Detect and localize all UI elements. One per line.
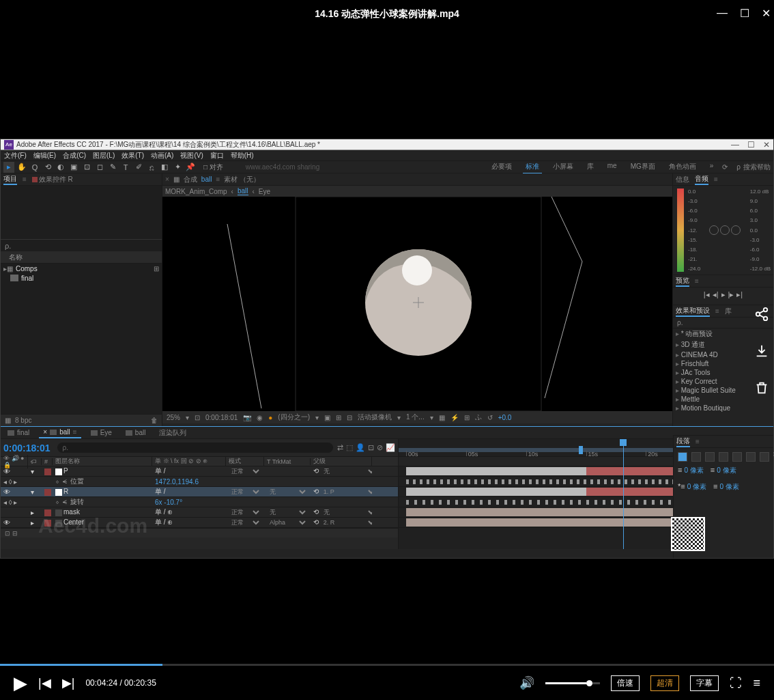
comp-reset-exposure-icon[interactable]: ↺ [487, 414, 493, 421]
timeline-playhead[interactable] [623, 439, 624, 549]
menu-layer[interactable]: 图层(L) [93, 151, 115, 160]
justify-left-icon[interactable] [719, 452, 728, 462]
ae-minimize-icon[interactable]: — [731, 140, 739, 150]
timeline-toggle-switches-icon[interactable]: ⊡ ⊟ [5, 530, 18, 537]
puppet-tool-icon[interactable]: 📌 [185, 162, 196, 173]
layer-center-parent-select[interactable]: 2. R [321, 518, 372, 527]
workspace-standard[interactable]: 标准 [523, 160, 542, 174]
hide-shy-icon[interactable]: 👤 [356, 443, 365, 452]
layer-header-name[interactable]: 图层名称 [53, 457, 152, 466]
align-center-icon[interactable] [691, 452, 701, 462]
layer-header-trkmat[interactable]: T TrkMat [264, 458, 311, 465]
play-button[interactable]: ▶ [14, 673, 27, 694]
hand-tool-icon[interactable]: ✋ [16, 162, 27, 173]
indent-first-value[interactable]: 0 像素 [687, 483, 706, 490]
layer-center-mode-select[interactable]: 正常 [229, 518, 261, 527]
menu-edit[interactable]: 编辑(E) [33, 151, 56, 160]
workspace-lib[interactable]: 库 [584, 160, 597, 174]
shape-tool-icon[interactable]: ◻ [94, 162, 105, 173]
comp-resolution[interactable]: (四分之一) [278, 412, 310, 422]
menu-view[interactable]: 视图(V) [180, 151, 203, 160]
quality-button[interactable]: 超清 [650, 675, 679, 691]
audio-knob-1[interactable] [709, 225, 719, 235]
space-before-value[interactable]: 0 像素 [720, 483, 739, 490]
search-help-input[interactable]: 搜索帮助 [743, 163, 771, 172]
zoom-tool-icon[interactable]: Q [29, 162, 40, 173]
comp-res-half-icon[interactable]: ⊡ [195, 414, 200, 421]
comp-roi-icon[interactable]: ▣ [324, 414, 330, 421]
eraser-tool-icon[interactable]: ◧ [159, 162, 170, 173]
clone-tool-icon[interactable]: ⎌ [146, 162, 157, 173]
layer-row-r[interactable]: 👁▾ 2 R 单 / 正常 无 ⟲ 1. P [1, 487, 398, 497]
comp-fast-preview-icon[interactable]: ⚡ [450, 414, 459, 421]
effect-controls-tab[interactable]: 效果控件 R [32, 175, 73, 184]
playlist-icon[interactable]: ≡ [753, 676, 760, 690]
justify-all-icon[interactable] [760, 452, 769, 462]
comp-timeline-icon[interactable]: ⊞ [464, 414, 470, 421]
comp-snapshot-icon[interactable]: 📷 [243, 414, 251, 421]
comp-exposure[interactable]: +0.0 [498, 414, 512, 421]
breadcrumb-ball[interactable]: ball [238, 187, 248, 195]
preview-last-frame-icon[interactable]: ▸| [736, 290, 743, 299]
timeline-timecode[interactable]: 0:00:18:01 [3, 443, 51, 453]
frame-blend-icon[interactable]: ⊡ [368, 443, 374, 452]
layer-header-switches[interactable]: 单 ※ \ fx 回 ⊘ ⊘ ⊕ [152, 457, 226, 466]
layer-p-mode-select[interactable]: 正常 [229, 467, 261, 475]
comp-pixel-ar-icon[interactable]: ▦ [439, 414, 445, 421]
comp-grid-icon[interactable]: ⊞ [336, 414, 341, 421]
workspace-me[interactable]: me [605, 160, 620, 174]
layer-prop-rotation[interactable]: ◂ ◊ ▸ ⬨ ⪪ 旋转 6x -10.7° [1, 497, 398, 507]
subtitle-button[interactable]: 字幕 [690, 675, 719, 691]
roto-tool-icon[interactable]: ✦ [172, 162, 183, 173]
breadcrumb-mork[interactable]: MORK_Anim_Comp [165, 188, 227, 195]
menu-effect[interactable]: 效果(T) [121, 151, 144, 160]
audio-knob-3[interactable] [731, 225, 741, 235]
comp-tab-material[interactable]: 素材 （无） [224, 175, 260, 184]
layer-r-trkmat-select[interactable]: 无 [267, 488, 308, 496]
project-folder-comps[interactable]: ▸▦Comps ⊞ [1, 264, 162, 273]
align-left-icon[interactable] [678, 452, 687, 462]
layer-header-shy[interactable]: 🏷 [28, 458, 42, 465]
next-track-button[interactable]: ▶| [62, 675, 75, 690]
snap-checkbox[interactable]: □ 对齐 [203, 163, 223, 172]
download-icon[interactable] [751, 341, 772, 361]
layer-prop-position[interactable]: ◂ ◊ ▸ ⬨ ⪪ 位置 1472.0,1194.6 [1, 477, 398, 487]
workspace-more[interactable]: » [707, 160, 717, 174]
maximize-icon[interactable]: ☐ [740, 7, 749, 20]
comp-show-snapshot-icon[interactable]: ◉ [257, 414, 263, 421]
timeline-tab-ball2[interactable]: ball [121, 428, 150, 438]
layer-row-p[interactable]: 👁▾ 1 P 单 / 正常 ⟲ 无 [1, 466, 398, 477]
orbit-tool-icon[interactable]: ⟲ [42, 162, 53, 173]
menu-window[interactable]: 窗口 [210, 151, 224, 160]
pen-tool-icon[interactable]: ✎ [107, 162, 118, 173]
minimize-icon[interactable]: — [717, 7, 728, 20]
preview-play-icon[interactable]: ▸ [721, 290, 726, 299]
ae-maximize-icon[interactable]: ☐ [747, 140, 755, 150]
fullscreen-icon[interactable]: ⛶ [730, 676, 742, 690]
comp-mini-flowchart-icon[interactable]: ⇄ [337, 443, 343, 452]
rotate-tool-icon[interactable]: ◐ [55, 162, 66, 173]
comp-viewport[interactable] [162, 197, 672, 411]
preview-next-frame-icon[interactable]: |▸ [728, 290, 734, 299]
ae-close-icon[interactable]: ✕ [763, 140, 770, 150]
timeline-tab-render-queue[interactable]: 渲染队列 [155, 427, 190, 439]
selection-tool-icon[interactable]: ▸ [3, 162, 14, 173]
justify-center-icon[interactable] [732, 452, 742, 462]
project-header-name[interactable]: 名称 [1, 251, 162, 264]
menu-animation[interactable]: 动画(A) [151, 151, 173, 160]
delete-icon[interactable] [751, 378, 772, 398]
pan-behind-tool-icon[interactable]: ⊡ [81, 162, 92, 173]
timeline-tab-final[interactable]: final [3, 428, 33, 438]
layer-mask-mode-select[interactable]: 正常 [229, 508, 261, 516]
project-bpc[interactable]: 8 bpc [15, 417, 31, 424]
preview-first-frame-icon[interactable]: |◂ [704, 290, 710, 299]
justify-right-icon[interactable] [746, 452, 756, 462]
indent-left-value[interactable]: 0 像素 [684, 466, 703, 474]
timeline-tab-ball[interactable]: ×ball≡ [39, 427, 81, 438]
timeline-search-input[interactable]: ρ. [57, 443, 334, 453]
align-right-icon[interactable] [705, 452, 715, 462]
layer-r-mode-select[interactable]: 正常 [229, 488, 261, 496]
volume-slider[interactable] [545, 682, 600, 684]
comp-camera-select[interactable]: 活动摄像机 [358, 412, 392, 422]
workspace-mg[interactable]: MG界面 [628, 160, 658, 174]
